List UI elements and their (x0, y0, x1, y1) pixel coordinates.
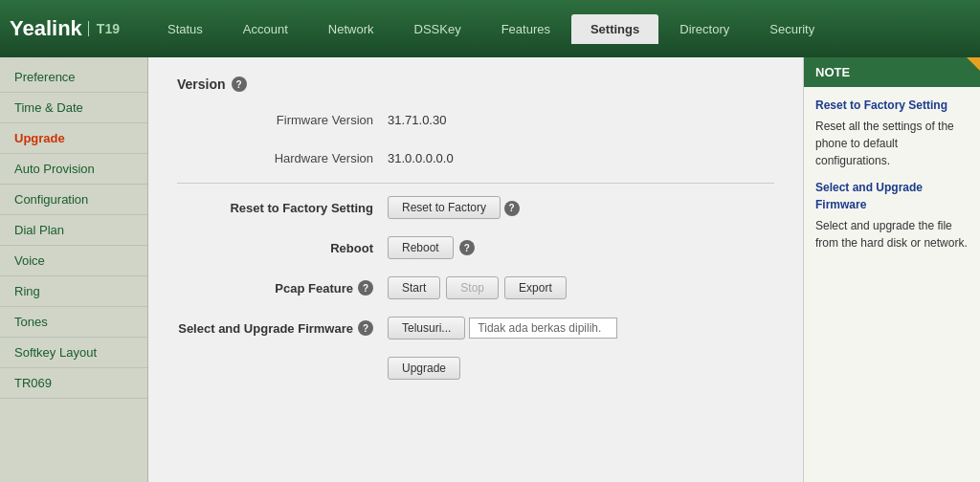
tab-dsskey[interactable]: DSSKey (395, 14, 480, 44)
firmware-value: 31.71.0.30 (388, 113, 446, 127)
content-area: Version ? Firmware Version 31.71.0.30 Ha… (148, 57, 803, 482)
hardware-version-row: Hardware Version 31.0.0.0.0.0 (177, 144, 774, 171)
hardware-value: 31.0.0.0.0.0 (388, 151, 454, 165)
upgrade-firmware-help-icon[interactable]: ? (358, 320, 373, 336)
reset-factory-button[interactable]: Reset to Factory (388, 196, 501, 219)
sidebar-item-softkey-layout[interactable]: Softkey Layout (0, 338, 147, 368)
note-body: Reset to Factory Setting Reset all the s… (804, 87, 980, 261)
sidebar-item-voice[interactable]: Voice (0, 246, 147, 276)
upgrade-button[interactable]: Upgrade (388, 357, 460, 380)
sidebar-item-time-date[interactable]: Time & Date (0, 93, 147, 123)
sidebar-item-dial-plan[interactable]: Dial Plan (0, 215, 147, 246)
note-upgrade-text: Select and upgrade the file from the har… (815, 217, 969, 252)
sidebar-item-tr069[interactable]: TR069 (0, 368, 147, 399)
tab-network[interactable]: Network (309, 14, 393, 44)
pcap-stop-button[interactable]: Stop (446, 276, 499, 299)
note-reset-subtitle: Reset to Factory Setting (815, 97, 969, 114)
sidebar: Preference Time & Date Upgrade Auto Prov… (0, 57, 148, 482)
note-header: NOTE (804, 57, 980, 87)
sidebar-item-upgrade[interactable]: Upgrade (0, 123, 147, 154)
sidebar-item-preference[interactable]: Preference (0, 62, 147, 93)
reboot-button[interactable]: Reboot (388, 236, 454, 259)
pcap-row: Pcap Feature ? Start Stop Export (177, 274, 774, 302)
note-upgrade-subtitle: Select and Upgrade Firmware (815, 179, 969, 213)
upgrade-button-row: Upgrade (177, 354, 774, 383)
sidebar-item-ring[interactable]: Ring (0, 276, 147, 307)
hardware-label: Hardware Version (177, 151, 388, 165)
pcap-start-button[interactable]: Start (388, 276, 440, 299)
browse-button[interactable]: Telusuri... (388, 317, 465, 340)
pcap-controls: Start Stop Export (388, 276, 567, 299)
reboot-label: Reboot (177, 241, 388, 255)
reset-factory-controls: Reset to Factory ? (388, 196, 520, 219)
note-panel: NOTE Reset to Factory Setting Reset all … (803, 57, 980, 482)
sidebar-item-tones[interactable]: Tones (0, 307, 147, 338)
firmware-label: Firmware Version (177, 113, 388, 127)
sidebar-item-auto-provision[interactable]: Auto Provision (0, 154, 147, 185)
pcap-export-button[interactable]: Export (504, 276, 567, 299)
note-reset-text: Reset all the settings of the phone to d… (815, 118, 969, 169)
upgrade-firmware-row: Select and Upgrade Firmware ? Telusuri..… (177, 314, 774, 342)
tab-directory[interactable]: Directory (660, 14, 748, 44)
pcap-help-icon[interactable]: ? (358, 280, 373, 296)
upgrade-firmware-label: Select and Upgrade Firmware ? (177, 320, 388, 336)
reboot-help-icon[interactable]: ? (459, 240, 475, 255)
file-input-row: Telusuri... Tidak ada berkas dipilih. (388, 317, 617, 340)
tab-security[interactable]: Security (750, 14, 834, 44)
reset-factory-row: Reset to Factory Setting Reset to Factor… (177, 193, 774, 222)
tab-features[interactable]: Features (482, 14, 569, 44)
logo: Yealink T19 (10, 16, 120, 41)
reboot-controls: Reboot ? (388, 236, 475, 259)
note-corner-decoration (967, 57, 980, 71)
tab-account[interactable]: Account (224, 14, 307, 44)
tab-settings[interactable]: Settings (571, 14, 658, 44)
tab-status[interactable]: Status (148, 14, 222, 44)
firmware-version-row: Firmware Version 31.71.0.30 (177, 106, 774, 133)
reboot-row: Reboot Reboot ? (177, 233, 774, 262)
logo-brand: Yealink (10, 16, 82, 41)
nav-tabs: Status Account Network DSSKey Features S… (148, 14, 834, 44)
pcap-label: Pcap Feature ? (177, 280, 388, 296)
upgrade-button-controls: Upgrade (388, 357, 460, 380)
version-help-icon[interactable]: ? (232, 77, 247, 92)
sidebar-item-configuration[interactable]: Configuration (0, 185, 147, 215)
reset-factory-label: Reset to Factory Setting (177, 201, 388, 215)
reset-factory-help-icon[interactable]: ? (504, 201, 520, 216)
upgrade-firmware-controls: Telusuri... Tidak ada berkas dipilih. (388, 317, 617, 340)
logo-model: T19 (88, 21, 120, 36)
file-display: Tidak ada berkas dipilih. (469, 318, 617, 339)
version-section-title: Version ? (177, 77, 774, 92)
